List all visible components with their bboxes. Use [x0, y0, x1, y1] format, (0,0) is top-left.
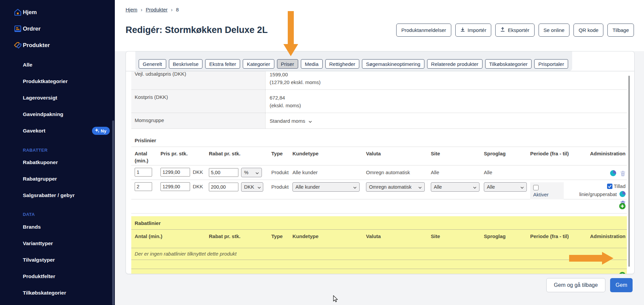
import-button[interactable]: Importér — [455, 24, 492, 37]
new-badge-label: Ny — [101, 128, 106, 134]
button-label: Produktanmeldelser — [401, 27, 446, 33]
tab-media[interactable]: Media — [301, 59, 323, 69]
back-button[interactable]: Tilbage — [607, 24, 634, 37]
sidebar-item-label: Tilkøbskategorier — [23, 290, 66, 296]
export-button[interactable]: Eksportér — [495, 24, 534, 37]
add-discount-line-button[interactable] — [619, 272, 626, 274]
button-label: Importér — [468, 27, 487, 33]
col-header-type: Type — [271, 150, 292, 157]
chevron-down-icon — [256, 170, 259, 175]
type-value: Produkt — [271, 182, 292, 190]
qr-code-button[interactable]: QR kode — [573, 24, 603, 37]
language-value: Alle — [484, 168, 530, 175]
breadcrumb-link-hjem[interactable]: Hjem — [126, 7, 137, 12]
cost-price-note: (ekskl. moms) — [270, 102, 301, 110]
quantity-input[interactable] — [135, 182, 152, 191]
tab-priser[interactable]: Priser — [277, 59, 298, 69]
discount-input[interactable] — [209, 168, 238, 177]
tab-relaterede-produkter[interactable]: Relaterede produkter — [427, 59, 482, 69]
button-label: Se online — [544, 27, 565, 33]
tab-sogemaskineoptimering[interactable]: Søgemaskineoptimering — [362, 59, 424, 69]
orange-arrow-right — [569, 252, 613, 265]
chevron-down-icon — [418, 184, 422, 190]
field-label: Momsgruppe — [131, 113, 266, 128]
col-header-site: Site — [431, 233, 484, 240]
product-reviews-button[interactable]: Produktanmeldelser — [396, 24, 451, 37]
sidebar-item-label: Lageroversigt — [23, 95, 57, 101]
tab-kategorier[interactable]: Kategorier — [243, 59, 274, 69]
currency-label: DKK — [193, 184, 203, 189]
form-row-kostpris: Kostpris (DKK) 672,84 (ekskl. moms) — [131, 90, 627, 113]
save-button[interactable]: Gem — [610, 278, 633, 292]
sidebar-section-rabatter: RABATTER — [23, 148, 48, 153]
tab-tilkobskategorier[interactable]: Tilkøbskategorier — [485, 59, 532, 69]
col-header-periode: Periode (fra - til) — [530, 150, 576, 157]
col-header-site: Site — [431, 150, 484, 157]
discount-input[interactable] — [209, 183, 238, 191]
type-value: Produkt — [271, 168, 292, 175]
button-label: Eksportér — [508, 27, 529, 33]
chevron-down-icon — [258, 184, 261, 190]
sidebar-section-data: DATA — [23, 212, 35, 217]
save-and-back-button[interactable]: Gem og gå tilbage — [546, 278, 606, 292]
line-group-discount-checkbox[interactable] — [607, 183, 612, 189]
quantity-input[interactable] — [135, 168, 152, 177]
arrow-shaft — [288, 11, 294, 44]
col-header-administration: Administration — [576, 233, 627, 240]
see-online-button[interactable]: Se online — [539, 24, 570, 37]
button-label: Tilbage — [612, 27, 629, 33]
footer-actions: Gem og gå tilbage Gem — [546, 278, 633, 292]
page: Hjem Ordrer Produkter Alle Produktkatego… — [0, 0, 644, 305]
statistics-pie-icon[interactable] — [610, 171, 616, 177]
col-header-antal: Antal (min.) — [135, 150, 160, 164]
orders-icon — [13, 25, 22, 33]
statistics-pie-icon[interactable] — [619, 192, 626, 198]
customer-type-value: Alle kunder — [292, 168, 366, 175]
tab-prisportaler[interactable]: Prisportaler — [534, 59, 568, 69]
empty-row — [131, 260, 627, 269]
sidebar-item-label: Produktkategorier — [23, 78, 68, 84]
tab-bar: Generelt Beskrivelse Ekstra felter Kateg… — [135, 51, 572, 71]
sidebar-item-label: Salgsrabatter / gebyr — [23, 192, 75, 198]
col-header-kundetype: Kundetype — [292, 233, 366, 240]
add-price-line-button[interactable] — [619, 203, 626, 209]
tab-rettigheder[interactable]: Rettigheder — [325, 59, 360, 69]
content-scrollbar[interactable] — [629, 76, 630, 267]
tab-ekstra-felter[interactable]: Ekstra felter — [205, 59, 240, 69]
site-value: Alle — [431, 168, 484, 175]
arrow-head — [602, 252, 613, 265]
price-input[interactable] — [160, 168, 190, 177]
export-icon — [500, 27, 505, 33]
sidebar-item-label: Produkter — [23, 42, 50, 49]
breadcrumb: Hjem › Produkter › 8 — [126, 7, 179, 12]
sidebar-scrollbar[interactable] — [112, 120, 114, 305]
activate-checkbox[interactable] — [533, 185, 539, 190]
discount-unit-select[interactable]: % — [241, 168, 262, 177]
discount-unit-select[interactable]: DKK — [241, 182, 263, 192]
price-line-row: DKK % Produkt Alle kunder Omregn automat… — [131, 165, 627, 180]
currency-mode-select[interactable]: Omregn automatisk — [366, 182, 425, 192]
price-input[interactable] — [160, 182, 190, 191]
tab-beskrivelse[interactable]: Beskrivelse — [169, 59, 203, 69]
col-header-valuta: Valuta — [366, 233, 431, 240]
currency-mode-value: Omregn automatisk — [366, 168, 431, 175]
tab-generelt[interactable]: Generelt — [139, 59, 166, 69]
vat-group-select[interactable]: Standard moms — [270, 117, 312, 125]
field-label: Kostpris (DKK) — [131, 90, 266, 113]
col-header-pris: Pris pr. stk. — [160, 150, 209, 157]
product-edit-card: Generelt Beskrivelse Ekstra felter Kateg… — [126, 51, 635, 274]
breadcrumb-link-produkter[interactable]: Produkter — [146, 7, 168, 12]
activate-label: Aktiver — [533, 192, 561, 197]
col-header-sproglag: Sproglag — [484, 233, 530, 240]
col-header-periode: Periode (fra - til) — [530, 233, 576, 240]
sidebar-item-label: Hjem — [23, 9, 37, 16]
page-title: Redigér: Stormkøkken Deluxe 2L — [126, 25, 268, 35]
site-select[interactable]: Alle — [431, 182, 479, 192]
language-select[interactable]: Alle — [484, 182, 527, 192]
breadcrumb-separator: › — [171, 7, 173, 12]
main-area: Hjem › Produkter › 8 Redigér: Stormkøkke… — [115, 0, 644, 305]
delete-trash-icon[interactable] — [620, 171, 626, 177]
price-lines-add-row — [131, 199, 627, 214]
top-action-buttons: Produktanmeldelser Importér Eksportér Se… — [396, 24, 634, 37]
customer-type-select[interactable]: Alle kunder — [292, 182, 360, 192]
